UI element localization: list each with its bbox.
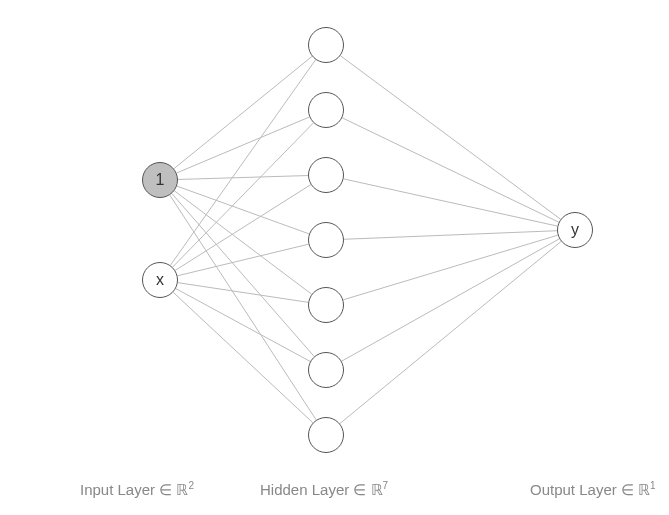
node-l1-n4 (308, 287, 344, 323)
input-layer-text: Input Layer ∈ ℝ (80, 481, 188, 498)
edge (177, 117, 310, 173)
edge (344, 179, 558, 226)
edge (340, 56, 560, 220)
output-layer-sup: 1 (650, 480, 656, 491)
hidden-layer-text: Hidden Layer ∈ ℝ (260, 481, 383, 498)
node-l1-n3 (308, 222, 344, 258)
node-label: x (156, 271, 164, 289)
node-l0-n1: x (142, 262, 178, 298)
edge (343, 235, 558, 300)
edge (342, 239, 560, 361)
node-label: y (571, 221, 579, 239)
node-l1-n1 (308, 92, 344, 128)
output-layer-label: Output Layer ∈ ℝ1 (530, 480, 656, 499)
input-layer-label: Input Layer ∈ ℝ2 (80, 480, 194, 499)
node-l1-n0 (308, 27, 344, 63)
edge (174, 191, 311, 294)
output-layer-text: Output Layer ∈ ℝ (530, 481, 650, 498)
edge (178, 283, 308, 303)
edge (172, 194, 314, 357)
edge (174, 56, 312, 168)
edge (178, 176, 308, 180)
edge (340, 241, 561, 423)
input-layer-sup: 2 (188, 480, 194, 491)
edge (173, 292, 313, 422)
node-label: 1 (156, 171, 165, 189)
edge (344, 231, 557, 240)
edge (177, 186, 309, 234)
edge (177, 244, 308, 276)
node-l0-n0: 1 (142, 162, 178, 198)
hidden-layer-label: Hidden Layer ∈ ℝ7 (260, 480, 388, 499)
node-l1-n6 (308, 417, 344, 453)
edge (170, 60, 315, 266)
edge (342, 118, 559, 222)
node-l2-n0: y (557, 212, 593, 248)
node-l1-n2 (308, 157, 344, 193)
hidden-layer-sup: 7 (383, 480, 389, 491)
node-l1-n5 (308, 352, 344, 388)
